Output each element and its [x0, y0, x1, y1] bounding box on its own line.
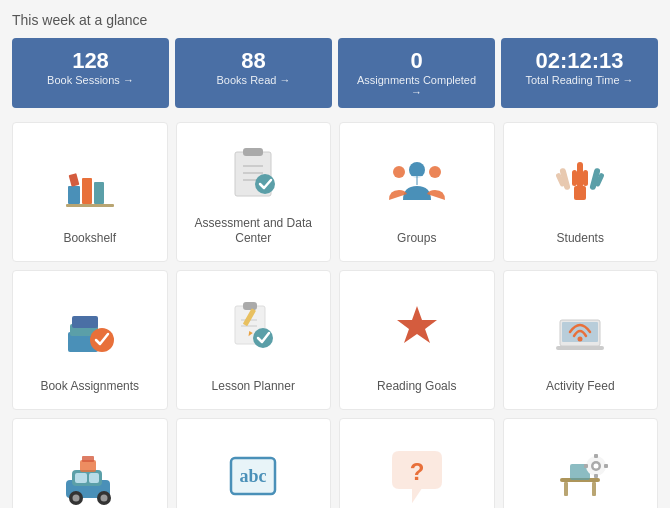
svg-rect-22	[583, 170, 588, 186]
stat-book-sessions[interactable]: 128 Book Sessions →	[12, 38, 169, 108]
svg-rect-63	[604, 464, 608, 468]
page-title: This week at a glance	[12, 12, 658, 28]
tile-reading-adventures[interactable]: Reading Adventures	[12, 418, 168, 508]
stat-reading-time[interactable]: 02:12:13 Total Reading Time →	[501, 38, 658, 108]
activity-feed-icon	[548, 287, 612, 369]
stat-label-reading-time: Total Reading Time →	[513, 74, 646, 86]
classroom-settings-icon	[548, 435, 612, 508]
tile-label-reading-goals: Reading Goals	[377, 379, 456, 395]
assessment-icon	[221, 139, 285, 206]
svg-rect-2	[94, 182, 104, 204]
svg-rect-20	[577, 162, 583, 188]
svg-rect-49	[82, 456, 94, 462]
svg-text:abc: abc	[240, 466, 267, 486]
stat-number-reading-time: 02:12:13	[513, 48, 646, 74]
svg-rect-38	[556, 346, 604, 350]
reading-adventures-icon	[58, 435, 122, 508]
stat-label-books-read: Books Read →	[187, 74, 320, 86]
lesson-planner-icon	[221, 287, 285, 369]
svg-point-12	[393, 166, 405, 178]
groups-icon	[385, 139, 449, 221]
svg-rect-0	[68, 186, 80, 204]
svg-rect-21	[572, 170, 577, 186]
tile-book-assignments[interactable]: Book Assignments	[12, 270, 168, 410]
svg-point-13	[429, 166, 441, 178]
svg-rect-29	[243, 302, 257, 310]
stat-label-book-sessions: Book Sessions →	[24, 74, 157, 86]
svg-rect-60	[594, 454, 598, 458]
tile-label-bookshelf: Bookshelf	[63, 231, 116, 247]
letter-tray-icon: abc	[221, 435, 285, 508]
svg-point-45	[72, 495, 79, 502]
tile-reading-goals[interactable]: Reading Goals	[339, 270, 495, 410]
stat-assignments[interactable]: 0 Assignments Completed →	[338, 38, 495, 108]
svg-rect-62	[584, 464, 588, 468]
book-assignments-icon	[58, 287, 122, 369]
svg-rect-42	[75, 473, 87, 483]
tiles-grid: Bookshelf Assessment and Data Center	[12, 122, 658, 508]
svg-rect-6	[243, 148, 263, 156]
svg-point-39	[578, 337, 583, 342]
svg-rect-3	[68, 173, 79, 187]
svg-point-32	[253, 328, 273, 348]
tile-label-groups: Groups	[397, 231, 436, 247]
svg-text:?: ?	[409, 458, 424, 485]
svg-rect-26	[72, 316, 98, 328]
svg-marker-35	[397, 306, 437, 343]
tile-support[interactable]: ? Support	[339, 418, 495, 508]
tile-letter-tray[interactable]: abc Letter Tray	[176, 418, 332, 508]
stat-label-assignments: Assignments Completed →	[350, 74, 483, 98]
bookshelf-icon	[58, 139, 122, 221]
support-icon: ?	[385, 435, 449, 508]
stats-row: 128 Book Sessions → 88 Books Read → 0 As…	[12, 38, 658, 108]
stat-number-assignments: 0	[350, 48, 483, 74]
students-icon	[548, 139, 612, 221]
svg-rect-1	[82, 178, 92, 204]
tile-bookshelf[interactable]: Bookshelf	[12, 122, 168, 262]
tile-label-students: Students	[557, 231, 604, 247]
tile-label-book-assignments: Book Assignments	[40, 379, 139, 395]
svg-rect-23	[574, 186, 586, 200]
tile-label-assessment: Assessment and Data Center	[187, 216, 321, 247]
tile-label-activity-feed: Activity Feed	[546, 379, 615, 395]
tile-groups[interactable]: Groups	[339, 122, 495, 262]
tile-assessment[interactable]: Assessment and Data Center	[176, 122, 332, 262]
svg-rect-55	[592, 482, 596, 496]
tile-activity-feed[interactable]: Activity Feed	[503, 270, 659, 410]
stat-number-book-sessions: 128	[24, 48, 157, 74]
stat-number-books-read: 88	[187, 48, 320, 74]
tile-label-lesson-planner: Lesson Planner	[212, 379, 295, 395]
svg-rect-54	[564, 482, 568, 496]
svg-point-11	[409, 162, 425, 178]
svg-point-47	[100, 495, 107, 502]
stat-books-read[interactable]: 88 Books Read →	[175, 38, 332, 108]
svg-point-59	[594, 464, 599, 469]
tile-students[interactable]: Students	[503, 122, 659, 262]
svg-point-10	[255, 174, 275, 194]
svg-rect-43	[89, 473, 99, 483]
svg-rect-4	[66, 204, 114, 207]
tile-lesson-planner[interactable]: Lesson Planner	[176, 270, 332, 410]
tile-classroom-settings[interactable]: Classroom Settings	[503, 418, 659, 508]
svg-rect-61	[594, 474, 598, 478]
reading-goals-icon	[385, 287, 449, 369]
